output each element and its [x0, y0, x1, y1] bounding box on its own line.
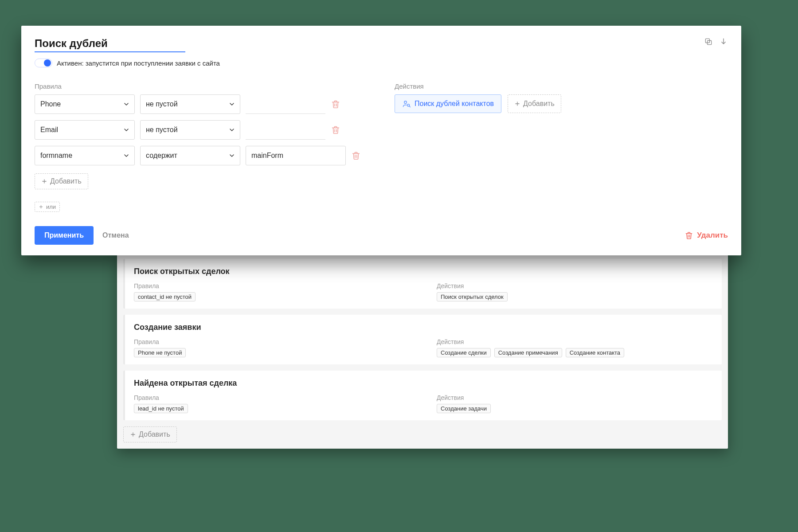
chevron-down-icon [228, 126, 235, 133]
chevron-down-icon [123, 152, 130, 159]
action-chip-label: Поиск дублей контактов [415, 100, 494, 108]
rules-section-label: Правила [35, 82, 377, 90]
card-rules-label: Правила [134, 394, 410, 401]
action-chip: Создание сделки [437, 348, 491, 357]
trash-icon [685, 231, 693, 240]
rule-operator-select[interactable]: не пустой [140, 120, 240, 140]
rule-summary-card[interactable]: Найдена открытая сделка Правила lead_id … [123, 371, 722, 420]
add-label: Добавить [139, 430, 170, 438]
rules-list-panel: Поиск открытых сделок Правила contact_id… [117, 253, 728, 449]
card-title: Создание заявки [134, 323, 713, 332]
rule-row: Phone не пустой [35, 94, 377, 114]
copy-icon[interactable] [704, 37, 713, 46]
add-or-group-button[interactable]: или [35, 202, 60, 212]
rule-field-value: formname [40, 152, 72, 160]
delete-button[interactable]: Удалить [685, 231, 728, 240]
rule-value-input[interactable] [246, 94, 325, 114]
actions-section-label: Действия [395, 82, 728, 90]
plus-icon [41, 178, 47, 184]
card-actions-label: Действия [437, 282, 713, 289]
apply-button[interactable]: Применить [35, 226, 94, 245]
rule-operator-value: не пустой [146, 100, 178, 108]
move-down-icon[interactable] [719, 37, 728, 46]
rule-field-select[interactable]: formname [35, 146, 135, 165]
rule-chip: Phone не пустой [134, 348, 186, 357]
rule-summary-card[interactable]: Поиск открытых сделок Правила contact_id… [123, 259, 722, 309]
card-actions-label: Действия [437, 338, 713, 345]
rule-value-input[interactable] [246, 146, 346, 165]
action-chip: Создание контакта [566, 348, 624, 357]
plus-icon [39, 204, 43, 209]
delete-rule-icon[interactable] [351, 151, 361, 160]
rule-operator-value: не пустой [146, 126, 178, 134]
rule-operator-value: содержит [146, 152, 177, 160]
card-actions-label: Действия [437, 394, 713, 401]
plus-icon [130, 431, 136, 438]
card-title: Найдена открытая сделка [134, 379, 713, 388]
rule-summary-card[interactable]: Создание заявки Правила Phone не пустой … [123, 315, 722, 364]
add-action-label: Добавить [523, 100, 555, 108]
chevron-down-icon [123, 126, 130, 133]
card-rules-label: Правила [134, 338, 410, 345]
action-search-duplicates[interactable]: Поиск дублей контактов [395, 94, 501, 113]
chevron-down-icon [228, 152, 235, 159]
user-search-icon [402, 99, 411, 108]
rule-editor-card: Активен: запустится при поступлении заяв… [21, 26, 741, 255]
card-rules-label: Правила [134, 282, 410, 289]
rule-row: Email не пустой [35, 120, 377, 140]
rule-field-value: Phone [40, 100, 61, 108]
card-title: Поиск открытых сделок [134, 267, 713, 276]
rule-row: formname содержит [35, 146, 377, 165]
delete-rule-icon[interactable] [331, 99, 340, 109]
delete-label: Удалить [697, 231, 728, 240]
rule-operator-select[interactable]: содержит [140, 146, 240, 165]
cancel-button[interactable]: Отмена [102, 231, 129, 239]
plus-icon [514, 101, 520, 107]
add-condition-button[interactable]: Добавить [35, 173, 88, 189]
rule-field-select[interactable]: Email [35, 120, 135, 140]
rule-value-input[interactable] [246, 120, 325, 140]
add-condition-label: Добавить [50, 177, 82, 185]
chevron-down-icon [228, 101, 235, 108]
chevron-down-icon [123, 101, 130, 108]
delete-rule-icon[interactable] [331, 125, 340, 135]
active-toggle-label: Активен: запустится при поступлении заяв… [57, 59, 220, 67]
active-toggle[interactable] [35, 59, 52, 67]
rule-field-value: Email [40, 126, 58, 134]
rule-title-input[interactable] [35, 37, 185, 52]
add-action-button[interactable]: Добавить [508, 94, 561, 113]
add-rule-set-button[interactable]: Добавить [123, 426, 177, 442]
action-chip: Поиск открытых сделок [437, 292, 508, 301]
or-label: или [46, 203, 56, 210]
rule-field-select[interactable]: Phone [35, 94, 135, 114]
action-chip: Создание задачи [437, 404, 491, 413]
rule-operator-select[interactable]: не пустой [140, 94, 240, 114]
action-chip: Создание примечания [494, 348, 562, 357]
rule-chip: contact_id не пустой [134, 292, 196, 301]
rule-chip: lead_id не пустой [134, 404, 188, 413]
